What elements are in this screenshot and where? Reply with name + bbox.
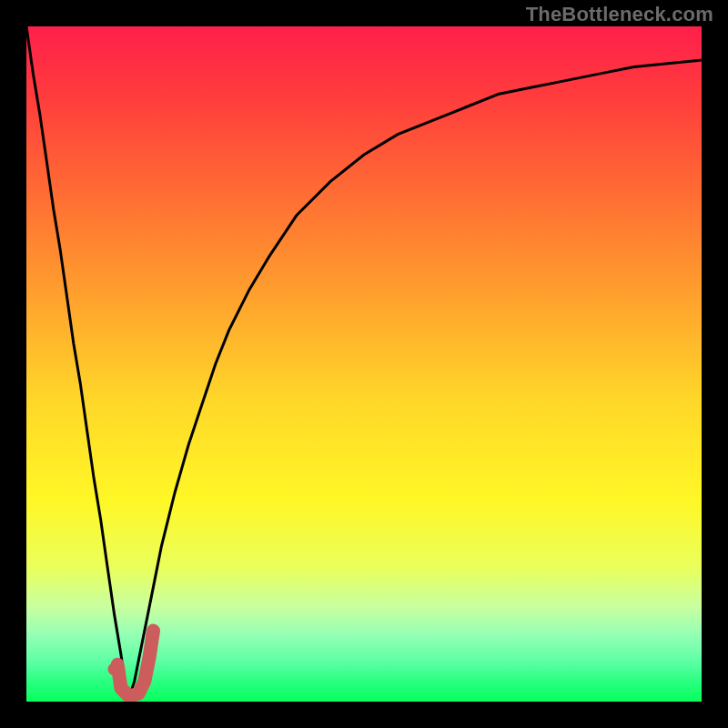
chart-frame: TheBottleneck.com — [0, 0, 728, 728]
chart-svg — [26, 26, 702, 702]
chart-plot-area — [26, 26, 702, 702]
bottleneck-curve — [26, 26, 702, 702]
optimal-marker-j — [117, 631, 153, 696]
watermark-text: TheBottleneck.com — [526, 3, 713, 26]
optimal-marker-dot — [108, 662, 121, 675]
